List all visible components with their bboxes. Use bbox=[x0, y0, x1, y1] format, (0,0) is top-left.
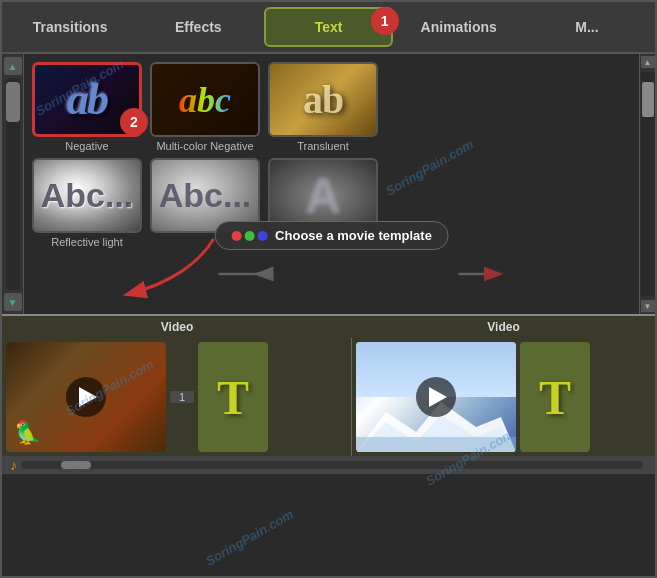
play-button-main[interactable] bbox=[66, 377, 106, 417]
effects-row-1: ab Negative 2 abc Multi-color Negative bbox=[32, 62, 631, 152]
video-thumb-main[interactable]: 🦜 bbox=[6, 342, 166, 452]
effect-label-negative: Negative bbox=[65, 140, 108, 152]
effect-thumb-reflective: Abc... bbox=[32, 158, 142, 233]
scroll-thumb bbox=[6, 82, 20, 122]
tab-transitions[interactable]: Transitions bbox=[8, 7, 132, 47]
dot-blue bbox=[257, 231, 267, 241]
video-number: 1 bbox=[170, 391, 194, 403]
effect-reflective[interactable]: Abc... Reflective light bbox=[32, 158, 142, 248]
effect-multicolor[interactable]: abc Multi-color Negative bbox=[150, 62, 260, 152]
svg-rect-4 bbox=[356, 437, 516, 452]
choose-movie-template-button[interactable]: Choose a movie template bbox=[214, 221, 449, 250]
right-scroll-down[interactable]: ▼ bbox=[641, 300, 655, 312]
video-label-left: Video bbox=[2, 318, 352, 336]
timeline-content: 🦜 1 T bbox=[2, 338, 655, 456]
timeline-header: Video Video bbox=[2, 316, 655, 338]
video-thumb-right[interactable] bbox=[356, 342, 516, 452]
timeline-right: T bbox=[352, 338, 655, 456]
content-area: ▲ ▼ ab Negative 2 bbox=[2, 54, 655, 314]
left-scroll-panel: ▲ ▼ bbox=[2, 54, 24, 314]
effect-label-multicolor: Multi-color Negative bbox=[156, 140, 253, 152]
scroll-down-arrow[interactable]: ▼ bbox=[4, 293, 22, 311]
tab-animations[interactable]: Animations bbox=[397, 7, 521, 47]
tab-effects[interactable]: Effects bbox=[136, 7, 260, 47]
dots-icon bbox=[231, 231, 267, 241]
main-container: Transitions Effects Text 1 Animations M.… bbox=[0, 0, 657, 578]
right-scroll-thumb bbox=[642, 82, 654, 117]
effect-negative[interactable]: ab Negative 2 bbox=[32, 62, 142, 152]
tab-bar: Transitions Effects Text 1 Animations M.… bbox=[2, 2, 655, 54]
right-scroll-panel: ▲ ▼ bbox=[639, 54, 655, 314]
timeline-area: Video Video 🦜 1 T bbox=[2, 314, 655, 474]
t-icon: T bbox=[217, 370, 249, 425]
timeline-footer: ♪ bbox=[2, 456, 655, 474]
right-scroll-track bbox=[641, 72, 655, 296]
scroll-up-arrow[interactable]: ▲ bbox=[4, 57, 22, 75]
effects-grid: ab Negative 2 abc Multi-color Negative bbox=[24, 54, 639, 314]
right-scroll-up[interactable]: ▲ bbox=[641, 56, 655, 68]
play-button-right[interactable] bbox=[416, 377, 456, 417]
timeline-left: 🦜 1 T bbox=[2, 338, 352, 456]
effect-label-reflective: Reflective light bbox=[51, 236, 123, 248]
timeline-cursor[interactable]: ♪ bbox=[10, 457, 17, 473]
t-icon-container[interactable]: T bbox=[198, 342, 268, 452]
movie-template-label: Choose a movie template bbox=[275, 228, 432, 243]
effect-thumb-transluent: ab bbox=[268, 62, 378, 137]
badge-1: 1 bbox=[371, 7, 399, 35]
scroll-track bbox=[6, 78, 20, 290]
video-label-right: Video bbox=[352, 318, 655, 336]
tab-more[interactable]: M... bbox=[525, 7, 649, 47]
badge-2: 2 bbox=[120, 108, 148, 136]
dot-green bbox=[244, 231, 254, 241]
effect-transluent[interactable]: ab Transluent bbox=[268, 62, 378, 152]
tab-text[interactable]: Text 1 bbox=[264, 7, 392, 47]
timeline-scrollbar[interactable] bbox=[21, 461, 643, 469]
bird-decoration: 🦜 bbox=[14, 420, 41, 446]
t-icon-right-container[interactable]: T bbox=[520, 342, 590, 452]
timeline-scrollbar-thumb bbox=[61, 461, 91, 469]
t-icon-right: T bbox=[539, 370, 571, 425]
effect-label-transluent: Transluent bbox=[297, 140, 349, 152]
dot-red bbox=[231, 231, 241, 241]
effect-thumb-multicolor: abc bbox=[150, 62, 260, 137]
